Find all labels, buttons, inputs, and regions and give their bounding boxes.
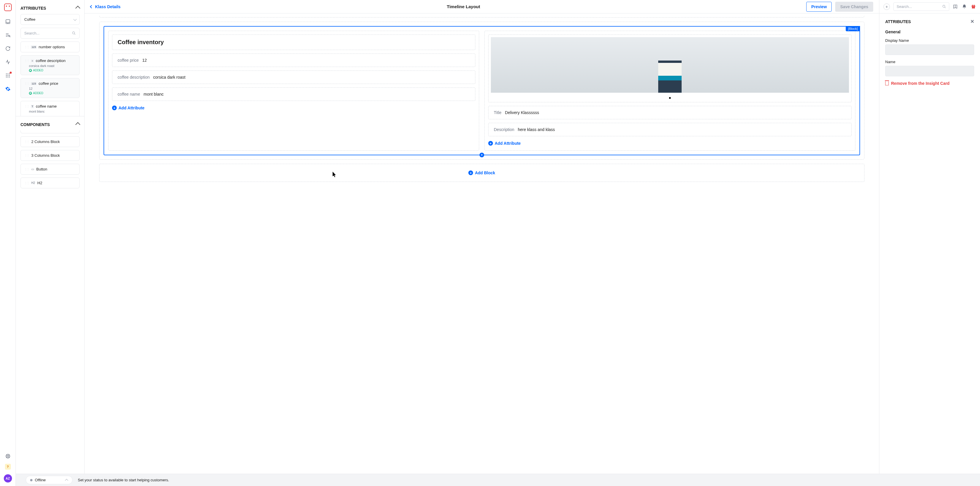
- svg-point-3: [7, 73, 8, 74]
- components-section-header[interactable]: COMPONENTS: [21, 116, 80, 130]
- svg-point-19: [974, 5, 975, 6]
- general-section: General: [885, 30, 974, 34]
- components-title: COMPONENTS: [21, 122, 50, 127]
- right-panel-title: ATTRIBUTES: [885, 19, 911, 24]
- chevron-up-icon: [75, 6, 80, 11]
- block-col-2[interactable]: Title Delivery Klassssss Description her…: [484, 31, 855, 151]
- chevron-left-icon: [90, 5, 93, 8]
- svg-point-6: [7, 75, 8, 76]
- svg-point-13: [73, 32, 75, 34]
- status-bar: Offline Set your status to available to …: [16, 474, 980, 486]
- status-hint: Set your status to available to start he…: [78, 478, 169, 482]
- comp-3-columns[interactable]: ⋮⋮3 Columns Block: [21, 150, 80, 161]
- chevron-up-icon: [75, 122, 80, 127]
- chevron-down-icon: [65, 479, 68, 482]
- attributes-section-header[interactable]: ATTRIBUTES: [21, 0, 80, 14]
- klass-select[interactable]: Coffee: [21, 14, 80, 25]
- image-field[interactable]: [488, 35, 851, 102]
- comp-h2[interactable]: ⋮⋮H2H2: [21, 178, 80, 188]
- right-panel: + Search... ATTRIBUTES ✕ General Display…: [879, 0, 980, 486]
- offline-dot-icon: [30, 479, 32, 481]
- lifebuoy-icon[interactable]: [5, 453, 11, 459]
- attr-item-coffee-price[interactable]: ⋮⋮123coffee price 12 ADDED: [21, 78, 80, 98]
- block-tag: [Block]: [846, 26, 860, 31]
- apps-icon[interactable]: [5, 73, 11, 78]
- status-select[interactable]: Offline: [26, 476, 73, 484]
- attributes-title: ATTRIBUTES: [21, 6, 46, 11]
- attr-field-coffee-description[interactable]: coffee description corsica dark roast: [112, 70, 476, 84]
- svg-point-10: [9, 76, 10, 78]
- attr-field-coffee-name[interactable]: coffee name mont blanc: [112, 87, 476, 101]
- klass-select-value: Coffee: [24, 17, 35, 22]
- pulse-icon[interactable]: [5, 59, 11, 65]
- name-input[interactable]: [885, 66, 974, 76]
- layout-block[interactable]: [Block] Coffee inventory coffee price 12…: [103, 26, 860, 155]
- right-topbar: + Search...: [879, 0, 980, 13]
- book-icon[interactable]: [953, 4, 958, 9]
- trash-icon: [885, 81, 889, 86]
- comp-2-columns[interactable]: ⋮⋮2 Columns Block: [21, 136, 80, 147]
- add-block-button[interactable]: + Add Block: [99, 164, 864, 182]
- svg-point-14: [943, 5, 945, 8]
- attr-item-coffee-description[interactable]: ⋮⋮≡coffee description corsica dark roast…: [21, 55, 80, 75]
- close-icon[interactable]: ✕: [970, 19, 974, 24]
- nav-rail: ? AZ: [0, 0, 16, 486]
- bell-icon[interactable]: [962, 4, 967, 9]
- svg-point-18: [972, 5, 973, 6]
- preview-button[interactable]: Preview: [806, 2, 832, 12]
- add-attribute-col1[interactable]: + Add Attribute: [112, 105, 476, 111]
- display-name-label: Display Name: [885, 38, 974, 43]
- attr-search[interactable]: Search...: [21, 28, 80, 39]
- back-link[interactable]: Klass Details: [91, 5, 121, 9]
- search-list-icon[interactable]: [5, 32, 11, 38]
- main-column: Klass Details Timeline Layout Preview Sa…: [84, 0, 879, 486]
- name-label: Name: [885, 60, 974, 64]
- title-field[interactable]: Coffee inventory: [112, 35, 476, 50]
- svg-point-1: [8, 35, 10, 37]
- topbar: Klass Details Timeline Layout Preview Sa…: [84, 0, 879, 13]
- search-placeholder: Search...: [897, 5, 912, 9]
- help-badge[interactable]: ?: [5, 464, 11, 470]
- attr-field-title[interactable]: Title Delivery Klassssss: [488, 106, 851, 119]
- save-button: Save Changes: [835, 2, 873, 12]
- refresh-icon[interactable]: [5, 46, 11, 51]
- add-attribute-col2[interactable]: + Add Attribute: [488, 140, 851, 147]
- plus-icon: +: [488, 141, 493, 146]
- gift-icon[interactable]: [971, 4, 976, 9]
- block-add-handle[interactable]: +: [479, 152, 484, 157]
- inbox-icon[interactable]: [5, 19, 11, 25]
- user-avatar[interactable]: AZ: [4, 474, 12, 483]
- attr-item-number-options[interactable]: ⋮⋮123number options: [21, 41, 80, 52]
- block-col-1[interactable]: Coffee inventory coffee price 12 coffee …: [108, 31, 479, 151]
- search-icon: [942, 5, 946, 8]
- plus-icon: +: [112, 106, 117, 110]
- product-image: [491, 37, 849, 93]
- page-title: Timeline Layout: [447, 4, 480, 9]
- svg-point-2: [6, 73, 7, 74]
- global-search[interactable]: Search...: [893, 2, 949, 11]
- svg-point-5: [6, 75, 7, 76]
- add-button[interactable]: +: [883, 3, 890, 10]
- comp-button[interactable]: ⋮⋮▭Button: [21, 164, 80, 175]
- canvas: [Block] Coffee inventory coffee price 12…: [84, 13, 879, 486]
- back-label: Klass Details: [95, 5, 121, 9]
- attr-field-coffee-price[interactable]: coffee price 12: [112, 54, 476, 67]
- svg-rect-17: [973, 6, 974, 8]
- plus-icon: +: [468, 170, 473, 175]
- remove-from-card[interactable]: Remove from the Insight Card: [885, 81, 974, 86]
- search-icon: [72, 31, 76, 35]
- app-logo[interactable]: [4, 3, 12, 11]
- attr-field-description[interactable]: Description here klass and klass: [488, 123, 851, 136]
- svg-point-12: [7, 455, 9, 457]
- right-panel-header: ATTRIBUTES ✕: [885, 19, 974, 24]
- attr-item-coffee-name[interactable]: ⋮⋮Tcoffee name mont blanc: [21, 101, 80, 116]
- display-name-input[interactable]: [885, 44, 974, 55]
- svg-point-4: [9, 73, 10, 74]
- left-sidebar: ATTRIBUTES Coffee Search... ⋮⋮123number …: [16, 0, 84, 486]
- svg-point-8: [6, 76, 7, 78]
- attr-search-placeholder: Search...: [24, 31, 40, 35]
- image-pager[interactable]: [491, 93, 849, 100]
- settings-icon[interactable]: [5, 86, 11, 92]
- svg-point-9: [7, 76, 8, 78]
- svg-point-7: [9, 75, 10, 76]
